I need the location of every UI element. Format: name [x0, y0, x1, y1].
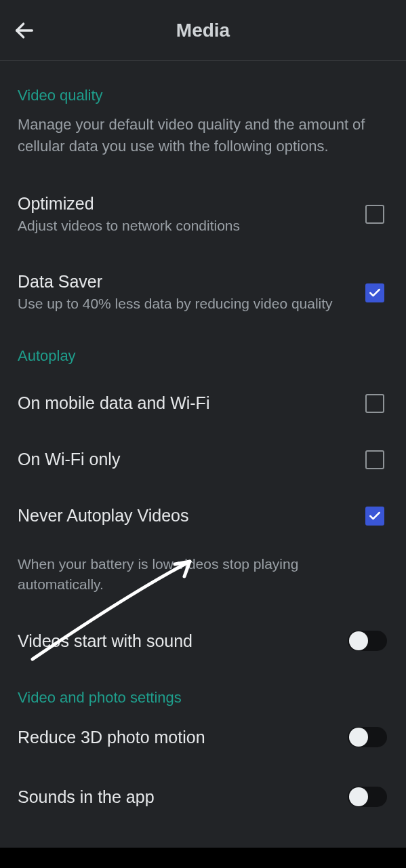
section-title-autoplay: Autoplay — [18, 347, 388, 365]
sub-data-saver: Use up to 40% less data by reducing vide… — [18, 294, 353, 313]
checkbox-autoplay-wifi-only[interactable] — [365, 450, 384, 469]
section-title-video-photo: Video and photo settings — [18, 689, 388, 707]
toggle-reduce-3d[interactable] — [348, 727, 387, 747]
label-autoplay-never: Never Autoplay Videos — [18, 506, 353, 526]
row-optimized[interactable]: Optimized Adjust videos to network condi… — [18, 194, 388, 235]
checkbox-data-saver[interactable] — [365, 283, 384, 302]
label-autoplay-wifi-only: On Wi-Fi only — [18, 450, 353, 469]
row-autoplay-wifi-only[interactable]: On Wi-Fi only — [18, 450, 388, 469]
label-videos-sound: Videos start with sound — [18, 631, 336, 651]
system-nav-bar — [0, 848, 406, 868]
label-sounds-app: Sounds in the app — [18, 787, 336, 807]
section-desc-video-quality: Manage your default video quality and th… — [18, 114, 388, 157]
label-autoplay-mobile-wifi: On mobile data and Wi-Fi — [18, 393, 353, 413]
app-header: Media — [0, 0, 406, 61]
back-button[interactable] — [11, 17, 38, 44]
row-autoplay-mobile-wifi[interactable]: On mobile data and Wi-Fi — [18, 393, 388, 413]
sub-optimized: Adjust videos to network conditions — [18, 216, 353, 235]
label-data-saver: Data Saver — [18, 272, 353, 292]
arrow-left-icon — [13, 19, 36, 42]
label-optimized: Optimized — [18, 194, 353, 214]
section-title-video-quality: Video quality — [18, 87, 388, 104]
row-data-saver[interactable]: Data Saver Use up to 40% less data by re… — [18, 272, 388, 313]
row-videos-sound[interactable]: Videos start with sound — [18, 631, 388, 651]
row-reduce-3d[interactable]: Reduce 3D photo motion — [18, 727, 388, 747]
label-reduce-3d: Reduce 3D photo motion — [18, 728, 336, 747]
row-sounds-app[interactable]: Sounds in the app — [18, 787, 388, 807]
note-autoplay-battery: When your battery is low videos stop pla… — [18, 554, 388, 594]
toggle-sounds-app[interactable] — [348, 787, 387, 807]
page-title: Media — [0, 20, 406, 41]
row-autoplay-never[interactable]: Never Autoplay Videos — [18, 506, 388, 526]
checkbox-autoplay-mobile-wifi[interactable] — [365, 394, 384, 413]
toggle-videos-sound[interactable] — [348, 631, 387, 651]
checkbox-optimized[interactable] — [365, 205, 384, 224]
settings-content: Video quality Manage your default video … — [0, 87, 406, 821]
checkbox-autoplay-never[interactable] — [365, 507, 384, 526]
